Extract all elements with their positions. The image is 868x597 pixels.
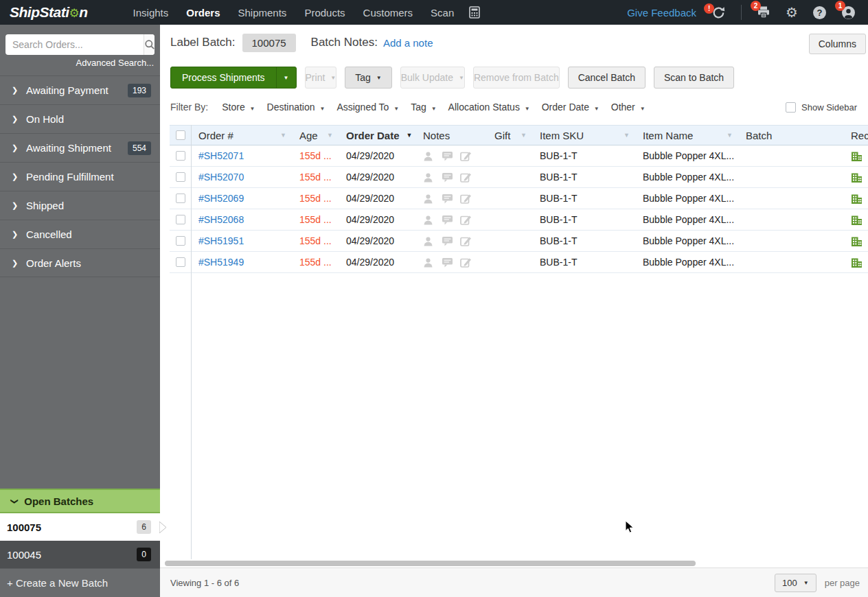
order-number-link[interactable]: #SH52069 — [198, 193, 244, 204]
col-gift[interactable]: Gift▼ — [487, 130, 532, 141]
batch-item-100075[interactable]: 100075 6 — [0, 513, 160, 541]
process-shipments-dropdown[interactable]: ▼ — [276, 67, 296, 88]
order-number-link[interactable]: #SH51951 — [198, 235, 244, 246]
sidebar-item-cancelled[interactable]: ❯ Cancelled — [0, 220, 160, 248]
printer-icon[interactable]: 2 — [757, 5, 770, 19]
table-row[interactable]: #SH52070155d ...04/29/2020BUB-1-TBubble … — [170, 167, 868, 188]
nav-orders[interactable]: Orders — [186, 7, 220, 19]
table-row[interactable]: #SH51951155d ...04/29/2020BUB-1-TBubble … — [170, 231, 868, 252]
filter-order-date[interactable]: Order Date ▼ — [542, 102, 599, 113]
order-number-link[interactable]: #SH52068 — [198, 214, 244, 225]
nav-scan[interactable]: Scan — [431, 7, 454, 19]
process-shipments-button[interactable]: Process Shipments ▼ — [170, 67, 297, 89]
order-number-link[interactable]: #SH51949 — [198, 257, 244, 268]
col-recipient[interactable]: Rec — [843, 130, 868, 141]
row-checkbox[interactable] — [176, 257, 185, 267]
note-icon[interactable] — [442, 257, 453, 268]
per-page-select[interactable]: 100 ▼ — [775, 574, 816, 592]
tag-button[interactable]: Tag ▼ — [345, 67, 392, 89]
shipstation-logo[interactable]: ShipStati⚙n — [10, 4, 88, 21]
nav-customers[interactable]: Customers — [363, 7, 413, 19]
row-checkbox[interactable] — [176, 236, 185, 246]
horizontal-scrollbar[interactable] — [160, 559, 868, 567]
open-batches-header[interactable]: ❯ Open Batches — [0, 489, 160, 513]
col-order-number[interactable]: Order #▼ — [191, 130, 292, 141]
table-row[interactable]: #SH52068155d ...04/29/2020BUB-1-TBubble … — [170, 209, 868, 231]
sidebar-item-order-alerts[interactable]: ❯ Order Alerts — [0, 248, 160, 277]
company-building-icon[interactable] — [851, 151, 868, 161]
advanced-search-link[interactable]: Advanced Search... — [76, 58, 154, 68]
table-row[interactable]: #SH51949155d ...04/29/2020BUB-1-TBubble … — [170, 252, 868, 273]
columns-button[interactable]: Columns — [809, 34, 866, 54]
note-icon[interactable] — [442, 172, 453, 183]
sidebar-item-on-hold[interactable]: ❯ On Hold — [0, 104, 160, 133]
batch-item-100045[interactable]: 100045 0 — [0, 541, 160, 568]
sidebar-item-shipped[interactable]: ❯ Shipped — [0, 191, 160, 220]
note-icon[interactable] — [442, 151, 453, 161]
search-button[interactable] — [144, 34, 155, 55]
order-number-link[interactable]: #SH52071 — [198, 150, 244, 161]
assign-user-icon[interactable] — [423, 194, 435, 204]
nav-shipments[interactable]: Shipments — [238, 7, 287, 19]
edit-note-icon[interactable] — [460, 172, 472, 183]
col-batch[interactable]: Batch — [738, 130, 843, 141]
sidebar-item-pending-fulfillment[interactable]: ❯ Pending Fulfillment — [0, 162, 160, 191]
settings-gear-icon[interactable]: ⚙ — [786, 5, 798, 19]
column-filter-icon[interactable]: ▼ — [327, 132, 333, 139]
assign-user-icon[interactable] — [423, 172, 435, 183]
assign-user-icon[interactable] — [423, 151, 435, 161]
show-sidebar-toggle[interactable]: Show Sidebar — [780, 102, 857, 113]
column-filter-icon[interactable]: ▼ — [521, 132, 527, 139]
filter-store[interactable]: Store ▼ — [222, 102, 255, 113]
nav-products[interactable]: Products — [304, 7, 345, 19]
create-new-batch-button[interactable]: + Create a New Batch — [0, 568, 160, 597]
help-icon[interactable]: ? — [813, 6, 826, 19]
show-sidebar-checkbox[interactable] — [786, 102, 796, 113]
company-building-icon[interactable] — [851, 194, 868, 204]
note-icon[interactable] — [442, 215, 453, 225]
filter-allocation-status[interactable]: Allocation Status ▼ — [448, 102, 530, 113]
edit-note-icon[interactable] — [460, 236, 472, 246]
filter-tag[interactable]: Tag ▼ — [411, 102, 436, 113]
add-note-link[interactable]: Add a note — [383, 37, 433, 49]
col-order-date[interactable]: Order Date▼ — [339, 130, 415, 141]
select-all-checkbox[interactable] — [176, 130, 185, 140]
order-number-link[interactable]: #SH52070 — [198, 172, 244, 183]
company-building-icon[interactable] — [851, 257, 868, 268]
sort-desc-icon[interactable]: ▼ — [407, 132, 413, 139]
scrollbar-thumb[interactable] — [165, 561, 696, 566]
sidebar-item-awaiting-payment[interactable]: ❯ Awaiting Payment 193 — [0, 75, 160, 104]
col-notes[interactable]: Notes — [415, 130, 487, 141]
nav-insights[interactable]: Insights — [133, 7, 169, 19]
filter-assigned-to[interactable]: Assigned To ▼ — [336, 102, 399, 113]
col-item-sku[interactable]: Item SKU▼ — [532, 130, 635, 141]
filter-other[interactable]: Other ▼ — [611, 102, 646, 113]
sidebar-item-awaiting-shipment[interactable]: ❯ Awaiting Shipment 554 — [0, 133, 160, 162]
company-building-icon[interactable] — [851, 172, 868, 183]
note-icon[interactable] — [442, 194, 453, 204]
col-item-name[interactable]: Item Name▼ — [635, 130, 738, 141]
calculator-icon[interactable] — [469, 6, 480, 19]
give-feedback-link[interactable]: Give Feedback — [627, 7, 696, 19]
row-checkbox[interactable] — [176, 194, 185, 203]
assign-user-icon[interactable] — [423, 257, 435, 268]
table-row[interactable]: #SH52071155d ...04/29/2020BUB-1-TBubble … — [170, 145, 868, 167]
column-filter-icon[interactable]: ▼ — [280, 132, 286, 139]
company-building-icon[interactable] — [851, 215, 868, 225]
row-checkbox[interactable] — [176, 215, 185, 224]
column-filter-icon[interactable]: ▼ — [624, 132, 630, 139]
assign-user-icon[interactable] — [423, 215, 435, 225]
row-checkbox[interactable] — [176, 151, 185, 161]
table-row[interactable]: #SH52069155d ...04/29/2020BUB-1-TBubble … — [170, 188, 868, 209]
edit-note-icon[interactable] — [460, 194, 472, 204]
note-icon[interactable] — [442, 236, 453, 246]
column-filter-icon[interactable]: ▼ — [727, 132, 733, 139]
search-orders-input[interactable] — [5, 39, 144, 50]
col-age[interactable]: Age▼ — [292, 130, 339, 141]
filter-destination[interactable]: Destination ▼ — [267, 102, 326, 113]
edit-note-icon[interactable] — [460, 151, 472, 161]
row-checkbox[interactable] — [176, 172, 185, 182]
assign-user-icon[interactable] — [423, 236, 435, 246]
account-icon[interactable]: 1 — [841, 5, 856, 20]
scan-to-batch-button[interactable]: Scan to Batch — [654, 67, 734, 89]
